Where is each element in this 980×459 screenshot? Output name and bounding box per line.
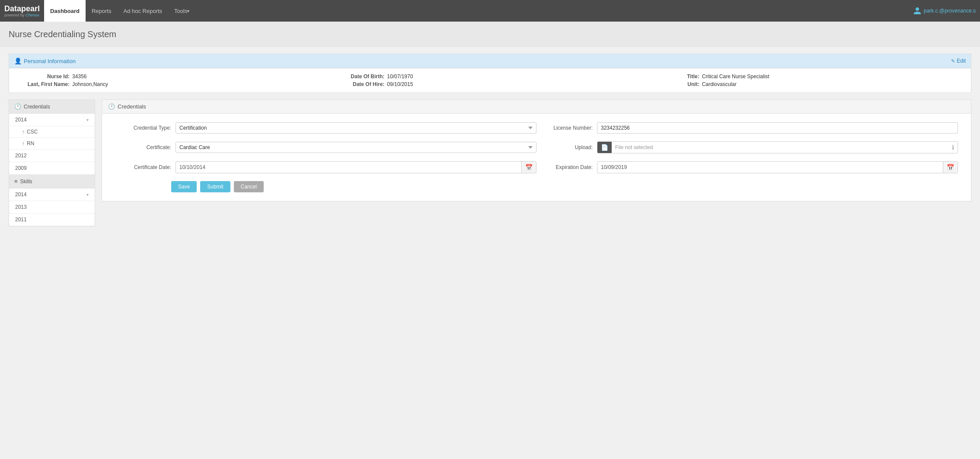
- personal-info-header: 👤 Personal Information ✎ Edit: [9, 54, 971, 68]
- sidebar-item-csc[interactable]: ↗ CSC: [9, 126, 95, 138]
- clock-icon-form: 🕐: [108, 103, 115, 110]
- sidebar: 🕐 Credentials 2014 ▾ ↗ CSC ↗ RN 2012 200…: [9, 99, 95, 226]
- expiration-date-label: Expiration Date:: [536, 164, 593, 170]
- nav-dashboard[interactable]: Dashboard: [44, 0, 86, 22]
- upload-file-button[interactable]: 📄: [597, 142, 612, 153]
- sidebar-year-2014-skills[interactable]: 2014 ▾: [9, 188, 95, 201]
- submit-button[interactable]: Submit: [200, 181, 230, 192]
- unit-row: Unit: Cardiovascular: [648, 81, 962, 87]
- upload-field: 📄 File not selected ℹ: [597, 141, 958, 153]
- sidebar-item-rn[interactable]: ↗ RN: [9, 138, 95, 150]
- list-icon: ≡: [14, 178, 18, 185]
- brand-powered: powered by Chenoa: [4, 13, 40, 17]
- nav-reports[interactable]: Reports: [86, 0, 118, 22]
- sidebar-skills-header: ≡ Skills: [9, 175, 95, 188]
- edit-icon: ✎: [951, 58, 955, 64]
- link-icon-csc: ↗: [20, 129, 26, 134]
- col-upload: Upload: 📄 File not selected ℹ: [536, 141, 958, 153]
- col-certificate: Certificate: Cardiac Care Critical Care …: [115, 142, 536, 153]
- form-row-dates: Certificate Date: 📅 Expiration Date: 📅: [115, 161, 958, 173]
- nurse-id-row: Nurse Id: 34356: [18, 73, 332, 80]
- chevron-down-icon-skills-2014: ▾: [86, 192, 89, 197]
- dob-row: Date Of Birth: 10/07/1970: [332, 73, 647, 80]
- sidebar-year-2013-skills[interactable]: 2013: [9, 201, 95, 214]
- cancel-button[interactable]: Cancel: [234, 181, 264, 192]
- person-icon: 👤: [14, 57, 22, 64]
- license-number-input[interactable]: [597, 122, 958, 134]
- certificate-date-input[interactable]: [176, 162, 521, 172]
- page-title: Nurse Credentialing System: [0, 22, 980, 47]
- user-email: park.c.@provenance.s: [924, 8, 976, 14]
- col-license-number: License Number:: [536, 122, 958, 134]
- credentials-form-body: Credential Type: Certification License E…: [102, 114, 971, 201]
- expiration-date-calendar-button[interactable]: 📅: [943, 162, 958, 173]
- sidebar-year-2014-credentials[interactable]: 2014 ▾: [9, 114, 95, 126]
- expiration-date-field: 📅: [597, 161, 958, 173]
- brand-name: Datapearl: [4, 4, 40, 13]
- upload-info-button[interactable]: ℹ: [948, 142, 958, 153]
- info-grid: Nurse Id: 34356 Last, First Name: Johnso…: [18, 73, 962, 87]
- title-row: Title: Critical Care Nurse Specialist: [648, 73, 962, 80]
- hire-row: Date Of Hire: 09/10/2015: [332, 81, 647, 87]
- form-buttons: Save Submit Cancel: [115, 181, 958, 192]
- info-section-left: Nurse Id: 34356 Last, First Name: Johnso…: [18, 73, 332, 87]
- navbar-user: park.c.@provenance.s: [913, 6, 976, 15]
- nav-adhoc-reports[interactable]: Ad hoc Reports: [117, 0, 168, 22]
- main-content: 👤 Personal Information ✎ Edit Nurse Id: …: [0, 47, 980, 233]
- certificate-label: Certificate:: [115, 144, 171, 150]
- certificate-date-calendar-button[interactable]: 📅: [521, 162, 536, 173]
- credentials-form-header: 🕐 Credentials: [102, 100, 971, 114]
- clock-icon: 🕐: [14, 103, 21, 110]
- upload-filename: File not selected: [612, 142, 948, 153]
- navbar: Datapearl powered by Chenoa Dashboard Re…: [0, 0, 980, 22]
- info-section-right: Title: Critical Care Nurse Specialist Un…: [648, 73, 962, 87]
- personal-info-title: 👤 Personal Information: [14, 57, 76, 64]
- link-icon-rn: ↗: [20, 140, 26, 146]
- nav-tools[interactable]: Tools: [168, 0, 195, 22]
- certificate-date-field: 📅: [176, 161, 536, 173]
- brand: Datapearl powered by Chenoa: [4, 4, 40, 17]
- col-expiration-date: Expiration Date: 📅: [536, 161, 958, 173]
- edit-button[interactable]: ✎ Edit: [951, 58, 966, 64]
- personal-info-panel: 👤 Personal Information ✎ Edit Nurse Id: …: [9, 54, 971, 93]
- sidebar-credentials-header: 🕐 Credentials: [9, 100, 95, 114]
- brand-chenoa: Chenoa: [26, 13, 39, 17]
- col-credential-type: Credential Type: Certification License E…: [115, 122, 536, 134]
- info-section-mid: Date Of Birth: 10/07/1970 Date Of Hire: …: [332, 73, 647, 87]
- nav-items: Dashboard Reports Ad hoc Reports Tools: [44, 0, 913, 22]
- chevron-down-icon: ▾: [86, 118, 89, 122]
- certificate-date-label: Certificate Date:: [115, 164, 171, 170]
- credentials-form-panel: 🕐 Credentials Credential Type: Certifica…: [102, 99, 971, 201]
- save-button[interactable]: Save: [171, 181, 197, 192]
- form-row-credential-type: Credential Type: Certification License E…: [115, 122, 958, 134]
- two-col-layout: 🕐 Credentials 2014 ▾ ↗ CSC ↗ RN 2012 200…: [9, 99, 971, 226]
- certificate-select[interactable]: Cardiac Care Critical Care ICU: [176, 142, 536, 153]
- user-icon: [913, 6, 922, 15]
- personal-info-body: Nurse Id: 34356 Last, First Name: Johnso…: [9, 68, 971, 92]
- credential-type-label: Credential Type:: [115, 125, 171, 131]
- sidebar-year-2009-credentials[interactable]: 2009: [9, 162, 95, 175]
- last-name-row: Last, First Name: Johnson,Nancy: [18, 81, 332, 87]
- form-row-certificate: Certificate: Cardiac Care Critical Care …: [115, 141, 958, 153]
- license-number-label: License Number:: [536, 125, 593, 131]
- upload-label: Upload:: [536, 144, 593, 150]
- col-certificate-date: Certificate Date: 📅: [115, 161, 536, 173]
- sidebar-year-2011-skills[interactable]: 2011: [9, 214, 95, 226]
- file-icon: 📄: [601, 144, 608, 151]
- credential-type-select[interactable]: Certification License Education Other: [176, 122, 536, 134]
- expiration-date-input[interactable]: [597, 162, 943, 172]
- sidebar-year-2012-credentials[interactable]: 2012: [9, 150, 95, 162]
